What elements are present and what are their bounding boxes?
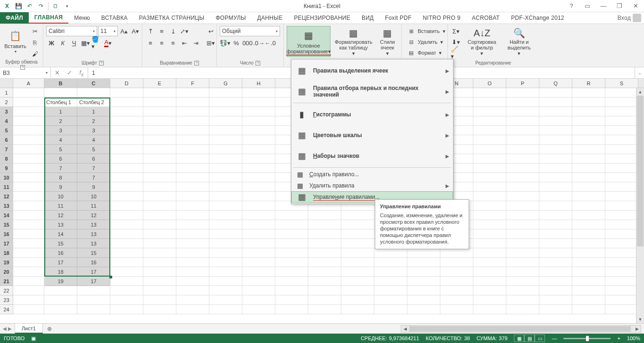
cell[interactable] [539, 88, 572, 98]
cell[interactable] [506, 182, 539, 192]
cell[interactable] [110, 248, 143, 258]
cell[interactable]: 1 [77, 107, 110, 116]
cell[interactable] [13, 277, 44, 286]
excel-icon[interactable]: X [2, 1, 12, 11]
align-center-icon[interactable]: ≡ [157, 38, 167, 48]
cell[interactable] [308, 295, 341, 305]
cell[interactable]: 3 [44, 126, 77, 135]
cell[interactable] [176, 173, 209, 182]
cell[interactable] [572, 182, 605, 192]
tab-acrobat[interactable]: ACROBAT [466, 12, 505, 24]
cell[interactable] [110, 88, 143, 98]
cell[interactable] [143, 182, 176, 192]
cell[interactable] [572, 229, 605, 239]
cell[interactable]: 11 [77, 201, 110, 211]
cell[interactable] [341, 267, 374, 277]
cell[interactable] [539, 220, 572, 229]
cell[interactable] [605, 107, 638, 116]
cell[interactable] [13, 98, 44, 107]
cell[interactable] [407, 277, 440, 286]
cell[interactable] [473, 229, 506, 239]
cell[interactable] [209, 192, 242, 201]
cell[interactable] [407, 258, 440, 267]
scroll-thumb[interactable] [637, 96, 644, 246]
cell[interactable] [242, 277, 275, 286]
row-header[interactable]: 20 [0, 267, 13, 277]
decrease-decimal-icon[interactable]: ←.0 [265, 38, 275, 48]
increase-indent-icon[interactable]: ⇥ [190, 38, 201, 48]
cell[interactable] [539, 145, 572, 154]
fill-color-button[interactable]: 🪣▾ [91, 38, 102, 48]
cell[interactable] [143, 258, 176, 267]
cell[interactable] [176, 145, 209, 154]
cell[interactable] [44, 295, 77, 305]
cell[interactable]: 9 [44, 182, 77, 192]
cell[interactable] [242, 98, 275, 107]
cell[interactable]: 16 [44, 248, 77, 258]
cell[interactable] [506, 295, 539, 305]
cell[interactable] [143, 248, 176, 258]
cell[interactable] [275, 220, 308, 229]
sign-in-button[interactable]: Вход [612, 12, 644, 24]
column-header[interactable]: G [209, 79, 242, 88]
cell[interactable] [13, 220, 44, 229]
cell[interactable] [110, 239, 143, 248]
cell[interactable] [605, 305, 638, 314]
zoom-slider[interactable] [563, 338, 611, 339]
italic-button[interactable]: К [58, 38, 68, 48]
paste-button[interactable]: 📋 Вставить▾ [3, 26, 28, 57]
increase-decimal-icon[interactable]: .0→ [254, 38, 264, 48]
font-size-combo[interactable]: 11▾ [98, 26, 118, 36]
row-header[interactable]: 15 [0, 220, 13, 229]
cell[interactable] [110, 229, 143, 239]
tab-insert[interactable]: ВСТАВКА [96, 12, 133, 24]
cell[interactable] [77, 286, 110, 295]
cell[interactable] [605, 258, 638, 267]
cell[interactable] [242, 229, 275, 239]
cf-color-scales[interactable]: ▦ Цветовые шкалы ▶ [291, 125, 453, 146]
cell[interactable] [605, 154, 638, 163]
cell[interactable] [110, 145, 143, 154]
cell[interactable] [209, 267, 242, 277]
cell[interactable] [473, 173, 506, 182]
cell[interactable] [572, 267, 605, 277]
cell[interactable] [242, 258, 275, 267]
cell[interactable]: 11 [44, 201, 77, 211]
cell[interactable] [209, 135, 242, 145]
cell[interactable] [539, 116, 572, 126]
cell[interactable] [176, 239, 209, 248]
cell[interactable] [506, 88, 539, 98]
cell[interactable] [605, 145, 638, 154]
page-layout-view-icon[interactable]: ▤ [524, 335, 535, 342]
cell[interactable] [242, 295, 275, 305]
cell[interactable] [572, 305, 605, 314]
cell[interactable] [506, 163, 539, 173]
scroll-up-icon[interactable]: ▲ [636, 88, 644, 96]
row-header[interactable]: 11 [0, 182, 13, 192]
normal-view-icon[interactable]: ▦ [514, 335, 524, 342]
new-sheet-button[interactable]: ⊕ [43, 324, 56, 334]
orientation-icon[interactable]: ⤢▾ [179, 26, 190, 36]
align-bottom-icon[interactable]: ⤓ [168, 26, 178, 36]
cell[interactable] [110, 192, 143, 201]
cell[interactable] [209, 295, 242, 305]
cell[interactable] [143, 267, 176, 277]
cell[interactable] [506, 116, 539, 126]
cell[interactable] [242, 267, 275, 277]
border-button[interactable]: ▦▾ [80, 38, 91, 48]
cell[interactable] [572, 248, 605, 258]
tab-view[interactable]: ВИД [356, 12, 380, 24]
align-top-icon[interactable]: ⤒ [145, 26, 156, 36]
expand-formula-bar-icon[interactable]: ⌄ [635, 67, 644, 78]
cell[interactable] [44, 305, 77, 314]
cell[interactable] [308, 258, 341, 267]
cell[interactable] [506, 248, 539, 258]
row-header[interactable]: 4 [0, 116, 13, 126]
cell[interactable] [605, 135, 638, 145]
cell[interactable] [473, 182, 506, 192]
cell[interactable] [308, 248, 341, 258]
zoom-out-button[interactable]: — [552, 335, 557, 341]
cell[interactable] [539, 163, 572, 173]
cell[interactable] [13, 88, 44, 98]
cell[interactable] [242, 182, 275, 192]
